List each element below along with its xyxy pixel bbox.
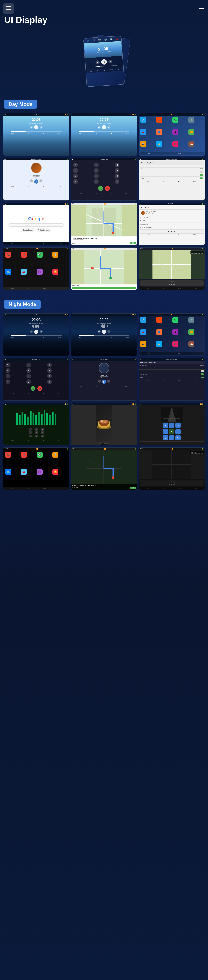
next-btn-day1[interactable]: ⏭ bbox=[40, 126, 43, 129]
cp-podcast-icon[interactable]: 🎙️ bbox=[52, 251, 58, 258]
app-icon-weather[interactable]: 🌤️ bbox=[156, 141, 162, 147]
night-np-next[interactable]: ⏭ bbox=[173, 484, 175, 485]
night-app-waze[interactable]: 🚗 bbox=[140, 329, 146, 335]
night-auto-connect-toggle[interactable] bbox=[201, 373, 204, 375]
app-icon-telegram[interactable]: ✈️ bbox=[140, 117, 146, 123]
nav-up-right-btn[interactable]: ↗ bbox=[175, 423, 181, 428]
key-1[interactable]: 1 bbox=[73, 162, 78, 167]
prev-btn-night1[interactable]: ⏮ bbox=[30, 330, 33, 333]
cp-yt-icon[interactable]: ▶️ bbox=[52, 269, 58, 275]
bt-next-btn[interactable]: ⏭ bbox=[39, 180, 43, 183]
key-7[interactable]: 7 bbox=[73, 174, 78, 178]
next-btn-day2[interactable]: ⏭ bbox=[107, 126, 110, 129]
night-key-hash[interactable]: # bbox=[47, 379, 52, 384]
google-search-bar[interactable] bbox=[8, 223, 64, 227]
carplay-go-btn[interactable]: GO bbox=[72, 286, 136, 289]
night-key-3[interactable]: 3 bbox=[47, 363, 52, 368]
end-call-btn[interactable]: 📵 bbox=[105, 186, 110, 191]
night-np-play[interactable]: ▶ bbox=[171, 484, 172, 485]
night-power-row[interactable]: Power bbox=[139, 376, 205, 379]
night-np-prev[interactable]: ⏮ bbox=[169, 484, 170, 485]
night-app-bt[interactable]: 🔵 bbox=[156, 329, 162, 335]
next-btn-night1[interactable]: ⏭ bbox=[40, 330, 43, 333]
nav-right-btn[interactable]: → bbox=[175, 429, 181, 434]
night-app-photos[interactable]: 📷 bbox=[140, 341, 146, 347]
key-4[interactable]: 4 bbox=[73, 168, 78, 173]
night-end-btn[interactable]: 📵 bbox=[37, 386, 42, 391]
night-power-toggle[interactable] bbox=[201, 377, 204, 378]
auto-connect-row[interactable]: Auto connect bbox=[140, 173, 204, 177]
night-app-yt[interactable]: ▶️ bbox=[189, 329, 194, 335]
night-key-1[interactable]: 1 bbox=[6, 363, 10, 368]
night-go-btn[interactable]: GO bbox=[130, 487, 136, 489]
cp-waze-icon[interactable]: 🚗 bbox=[21, 269, 27, 275]
next-btn-night2[interactable]: ⏭ bbox=[107, 330, 110, 333]
night-bt-prev[interactable]: ⏮ bbox=[98, 380, 101, 382]
app-icon-music[interactable]: 🎵 bbox=[156, 117, 162, 123]
nav-center-btn[interactable]: • bbox=[169, 429, 175, 434]
app-icon-phone[interactable]: 📱 bbox=[172, 129, 178, 135]
auto-connect-toggle[interactable] bbox=[200, 174, 203, 176]
prev-btn-night2[interactable]: ⏮ bbox=[98, 330, 101, 333]
cp-maps-icon[interactable]: 🗺️ bbox=[5, 269, 11, 275]
app-icon-photos[interactable]: 📷 bbox=[140, 141, 146, 147]
call-btn[interactable]: 📞 bbox=[98, 186, 103, 191]
power-row[interactable]: Power bbox=[140, 177, 204, 180]
night-key-8[interactable]: 8 bbox=[26, 374, 31, 379]
cp-spotify-icon[interactable]: 🎧 bbox=[37, 269, 43, 275]
night-key-4[interactable]: 4 bbox=[6, 368, 10, 373]
night-key-5[interactable]: 5 bbox=[26, 368, 31, 373]
night-auto-answer-toggle[interactable] bbox=[201, 370, 204, 372]
night-key-2[interactable]: 2 bbox=[26, 363, 31, 368]
night-app-app[interactable]: 📱 bbox=[172, 329, 178, 335]
night-cp-music[interactable]: 🎵 bbox=[21, 452, 27, 458]
night-cp-waze[interactable]: 🚗 bbox=[21, 469, 27, 475]
night-app-weather[interactable]: 🌤️ bbox=[156, 341, 162, 347]
key-9[interactable]: 9 bbox=[115, 174, 120, 178]
key-3[interactable]: 3 bbox=[115, 162, 120, 167]
music-list-item-2[interactable]: 华乐_020.mp3 bbox=[140, 219, 203, 223]
night-key-6[interactable]: 6 bbox=[47, 368, 52, 373]
cp-phone-icon[interactable]: 📞 bbox=[5, 251, 11, 258]
nav-down-btn[interactable]: ↓ bbox=[169, 435, 175, 441]
app-icon-bt[interactable]: 🔵 bbox=[156, 129, 162, 135]
nav-down-right-btn[interactable]: ↘ bbox=[175, 435, 181, 441]
app-icon-settings[interactable]: ⚙️ bbox=[189, 117, 194, 123]
night-bt-play[interactable]: ▶ bbox=[102, 380, 106, 384]
power-toggle[interactable] bbox=[200, 177, 203, 179]
night-key-star[interactable]: * bbox=[6, 379, 10, 384]
nav-menu-icon[interactable] bbox=[199, 5, 204, 12]
app-icon-youtube[interactable]: ▶️ bbox=[189, 129, 194, 135]
key-0[interactable]: 0 bbox=[94, 179, 99, 184]
bt-play-btn[interactable]: ▶ bbox=[34, 180, 38, 184]
auto-answer-toggle[interactable] bbox=[200, 171, 203, 173]
app-icon-waze[interactable]: 🚗 bbox=[140, 129, 146, 135]
night-app-settings[interactable]: ⚙️ bbox=[189, 317, 194, 323]
auto-answer-row[interactable]: Auto answer bbox=[140, 170, 204, 173]
nav-up-btn[interactable]: ↑ bbox=[169, 423, 175, 428]
night-cp-phone[interactable]: 📞 bbox=[5, 452, 11, 458]
bt-prev-btn[interactable]: ⏮ bbox=[30, 180, 33, 183]
prev-btn-day2[interactable]: ⏮ bbox=[98, 126, 101, 129]
night-cp-spotify[interactable]: 🎧 bbox=[37, 469, 43, 475]
night-cp-yt[interactable]: ▶️ bbox=[52, 469, 58, 475]
app-icon-calendar[interactable]: 📅 bbox=[189, 141, 194, 147]
music-list-item-1[interactable]: 华乐_019.mp3 bbox=[140, 216, 203, 219]
cp-np-prev[interactable]: ⏮ bbox=[169, 283, 170, 285]
play-btn-night2[interactable]: ⏸ bbox=[102, 329, 106, 334]
app-icon-maps[interactable]: 📞 bbox=[172, 117, 178, 123]
key-8[interactable]: 8 bbox=[94, 174, 99, 178]
app-icon-spotify[interactable]: 🎧 bbox=[172, 141, 178, 147]
google-search-btn[interactable]: Google Search bbox=[21, 228, 35, 232]
key-star[interactable]: * bbox=[73, 179, 78, 184]
play-btn-day2[interactable]: ⏸ bbox=[102, 125, 106, 129]
night-key-0[interactable]: 0 bbox=[26, 379, 31, 384]
key-6[interactable]: 6 bbox=[115, 168, 120, 173]
night-app-telegram[interactable]: ✈️ bbox=[140, 317, 146, 323]
night-app-music[interactable]: 🎵 bbox=[156, 317, 162, 323]
key-2[interactable]: 2 bbox=[94, 162, 99, 167]
cp-music-icon[interactable]: 🎵 bbox=[21, 251, 27, 258]
night-key-7[interactable]: 7 bbox=[6, 374, 10, 379]
google-lucky-btn[interactable]: I'm Feeling Lucky bbox=[36, 228, 51, 232]
nav-go-btn[interactable]: GO bbox=[130, 242, 136, 244]
